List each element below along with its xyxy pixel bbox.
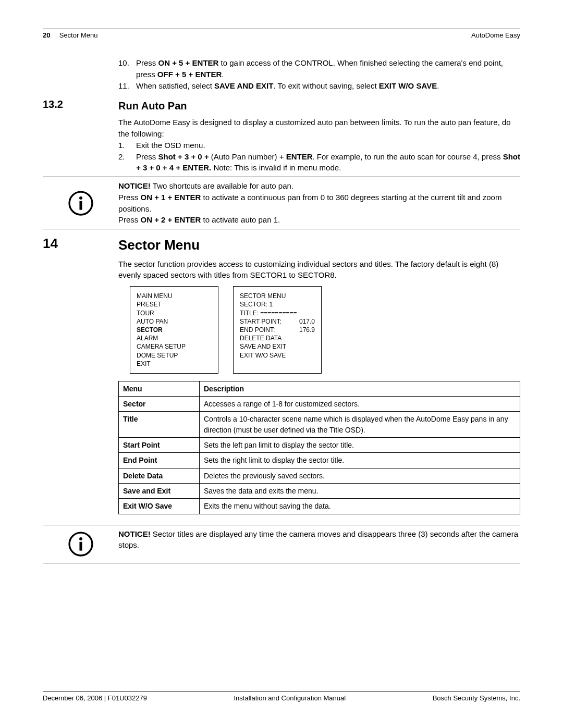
menu-diagrams: MAIN MENUPRESETTOURAUTO PANSECTORALARMCA… (130, 286, 520, 374)
rule (43, 525, 520, 525)
rule (43, 563, 520, 563)
rule (43, 229, 520, 229)
table-row: Save and ExitSaves the data and exits th… (119, 483, 520, 498)
svg-rect-2 (79, 201, 82, 209)
section-number: 14 (43, 236, 118, 522)
step-10: 10. Press ON + 5 + ENTER to gain access … (118, 57, 520, 80)
main-menu-box: MAIN MENUPRESETTOURAUTO PANSECTORALARMCA… (130, 286, 218, 374)
section-title: Run Auto Pan (118, 98, 520, 114)
sector-intro: The sector function provides access to c… (118, 258, 520, 281)
notice-autopan: NOTICE! Two shortcuts are available for … (43, 180, 520, 226)
table-row: SectorAccesses a range of 1-8 for custom… (119, 397, 520, 412)
svg-point-4 (79, 537, 82, 540)
header-row: 20 Sector Menu AutoDome Easy (43, 31, 520, 39)
section-number: 13.2 (43, 98, 118, 174)
header-menu: Menu (119, 381, 200, 396)
table-row: TitleControls a 10-character scene name … (119, 412, 520, 438)
info-icon (43, 180, 118, 226)
footer-right: Bosch Security Systems, Inc. (433, 694, 520, 702)
header-left: 20 Sector Menu (43, 31, 97, 39)
footer-rule (43, 692, 520, 692)
page-footer: December 06, 2006 | F01U032279 Installat… (43, 692, 520, 702)
info-icon (43, 528, 118, 560)
footer-left: December 06, 2006 | F01U032279 (43, 694, 147, 702)
header-section: Sector Menu (59, 31, 98, 39)
header-rule (43, 29, 520, 29)
autopan-intro: The AutoDome Easy is designed to display… (118, 117, 520, 140)
table-row: Delete DataDeletes the previously saved … (119, 468, 520, 483)
description-table: Menu Description SectorAccesses a range … (118, 381, 520, 514)
autopan-step-2: 2. Press Shot + 3 + 0 + (Auto Pan number… (118, 151, 520, 174)
header-product: AutoDome Easy (471, 31, 520, 39)
steps-continuation: 10. Press ON + 5 + ENTER to gain access … (43, 57, 520, 91)
footer-center: Installation and Configuration Manual (234, 694, 346, 702)
section-13-2: 13.2 Run Auto Pan The AutoDome Easy is d… (43, 98, 520, 174)
table-header-row: Menu Description (119, 381, 520, 396)
document-page: 20 Sector Menu AutoDome Easy 10. Press O… (0, 0, 563, 728)
table-row: Exit W/O SaveExits the menu without savi… (119, 499, 520, 514)
step-11: 11. When satisfied, select SAVE AND EXIT… (118, 80, 520, 92)
svg-rect-5 (79, 541, 82, 550)
table-row: Start PointSets the left pan limit to di… (119, 438, 520, 453)
svg-point-1 (79, 196, 82, 199)
header-description: Description (200, 381, 520, 396)
sector-menu-box: SECTOR MENUSECTOR: 1TITLE: ==========STA… (233, 286, 322, 374)
page-number: 20 (43, 31, 50, 39)
autopan-step-1: 1. Exit the OSD menu. (118, 140, 520, 151)
section-title: Sector Menu (118, 236, 520, 255)
notice-sector: NOTICE! Sector titles are displayed any … (43, 528, 520, 560)
rule (43, 177, 520, 177)
section-14: 14 Sector Menu The sector function provi… (43, 236, 520, 522)
table-row: End PointSets the right limit to display… (119, 453, 520, 468)
